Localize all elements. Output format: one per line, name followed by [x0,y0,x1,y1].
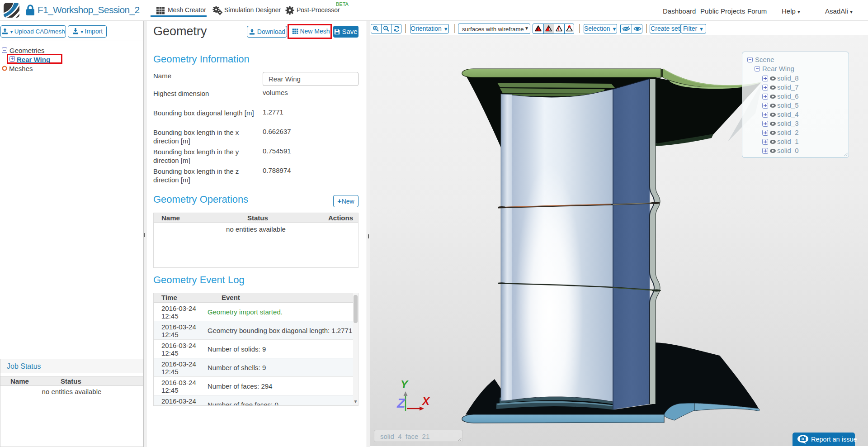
svg-text:Z: Z [396,395,406,410]
svg-text:Y: Y [401,378,409,390]
svg-text:X: X [421,395,430,407]
